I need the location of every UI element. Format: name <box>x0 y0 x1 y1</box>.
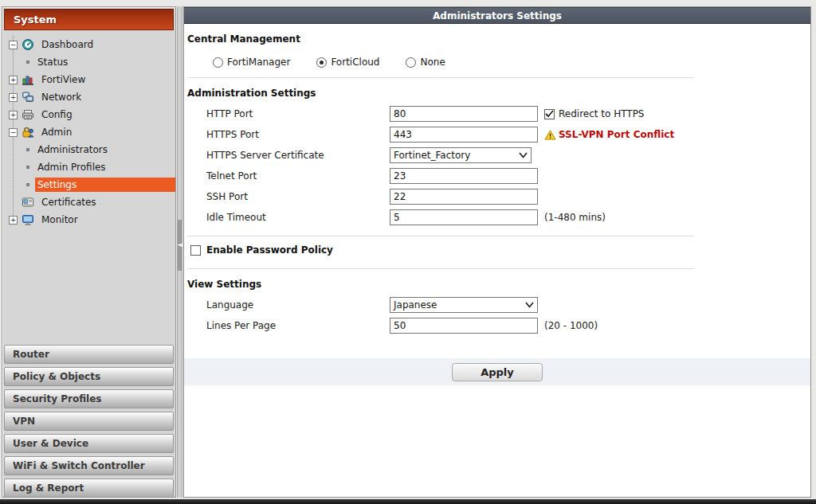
sidebar-item-label: Monitor <box>39 213 80 227</box>
telnet-port-label: Telnet Port <box>206 170 390 182</box>
sidebar-item-certificates[interactable]: Certificates <box>2 193 175 211</box>
sidebar-section-policy-objects[interactable]: Policy & Objects <box>4 367 174 386</box>
sidebar-item-label: Administrators <box>35 143 110 157</box>
language-select[interactable]: Japanese <box>390 297 538 313</box>
http-port-row: HTTP Port Redirect to HTTPS <box>206 104 810 124</box>
expand-icon[interactable] <box>9 76 18 84</box>
sidebar-item-label: Admin <box>39 125 74 139</box>
fortigate-admin-ui: System Dashboard Status FortiView <box>0 0 816 504</box>
sidebar-section-user-device[interactable]: User & Device <box>4 434 174 453</box>
sidebar-item-label: Config <box>39 107 75 122</box>
apply-toolbar: Apply <box>184 358 810 385</box>
lines-per-page-row: Lines Per Page (20 - 1000) <box>206 315 810 336</box>
password-policy-label: Enable Password Policy <box>206 244 333 256</box>
sidebar-splitter[interactable]: ◄ <box>177 6 182 498</box>
radio-none[interactable]: None <box>406 57 445 68</box>
warning-text: SSL-VPN Port Conflict <box>559 129 674 140</box>
lines-per-page-input[interactable] <box>390 318 538 334</box>
expand-icon[interactable] <box>9 216 18 225</box>
sidebar-item-label: Settings <box>35 178 175 192</box>
section-divider <box>187 236 694 236</box>
monitor-icon <box>22 213 35 226</box>
config-icon <box>22 108 35 121</box>
telnet-port-input[interactable] <box>390 168 538 184</box>
selected-option: Fortinet_Factory <box>394 150 470 161</box>
radio-label: FortiManager <box>227 57 290 68</box>
sidebar-item-label: Certificates <box>39 195 99 209</box>
password-policy-option[interactable]: Enable Password Policy <box>190 240 810 260</box>
expand-icon[interactable] <box>9 111 18 119</box>
sidebar-item-fortiview[interactable]: FortiView <box>2 71 175 88</box>
sidebar-section-security-profiles[interactable]: Security Profiles <box>4 389 174 408</box>
page-title: Administrators Settings <box>184 7 810 24</box>
system-menu-tree: Dashboard Status FortiView Network <box>2 36 175 229</box>
central-management-heading: Central Management <box>187 33 810 45</box>
section-divider <box>187 268 694 269</box>
sidebar-item-label: Dashboard <box>39 37 96 52</box>
administration-settings-heading: Administration Settings <box>187 88 810 99</box>
radio-label: FortiCloud <box>331 57 379 68</box>
fortiview-icon <box>22 73 35 86</box>
expand-icon[interactable] <box>9 93 18 102</box>
ssh-port-label: SSH Port <box>206 191 390 202</box>
network-icon <box>22 91 35 104</box>
bullet-icon <box>26 183 29 186</box>
checkbox-unchecked-icon[interactable] <box>190 245 201 256</box>
sidebar-section-system[interactable]: System <box>4 9 174 30</box>
https-port-label: HTTPS Port <box>206 129 390 140</box>
certificates-icon <box>22 196 35 209</box>
lines-per-page-range-note: (20 - 1000) <box>544 320 598 331</box>
https-port-input[interactable] <box>390 127 538 143</box>
sidebar-item-monitor[interactable]: Monitor <box>2 211 175 229</box>
ssl-vpn-conflict-warning: SSL-VPN Port Conflict <box>544 129 674 140</box>
sidebar-section-router[interactable]: Router <box>4 345 174 364</box>
sidebar-item-label: Admin Profiles <box>35 160 108 174</box>
sidebar-item-status[interactable]: Status <box>2 53 175 71</box>
redirect-https-label: Redirect to HTTPS <box>559 108 645 119</box>
redirect-https-option[interactable]: Redirect to HTTPS <box>544 108 645 119</box>
apply-button[interactable]: Apply <box>452 363 543 381</box>
idle-timeout-row: Idle Timeout (1-480 mins) <box>206 207 810 228</box>
telnet-port-row: Telnet Port <box>206 166 810 186</box>
window-bottom-edge <box>0 499 816 504</box>
https-port-row: HTTPS Port SSL-VPN Port Conflict <box>206 124 810 145</box>
http-port-input[interactable] <box>390 106 538 122</box>
sidebar-item-admin-profiles[interactable]: Admin Profiles <box>2 158 175 176</box>
idle-timeout-range-note: (1-480 mins) <box>544 212 606 223</box>
sidebar-item-settings[interactable]: Settings <box>2 176 175 193</box>
view-settings-form: Language Japanese Lines Per Page (20 - 1… <box>184 295 810 336</box>
bullet-icon <box>26 61 29 64</box>
sidebar-section-vpn[interactable]: VPN <box>4 412 174 431</box>
settings-panel: Administrators Settings Central Manageme… <box>183 6 811 498</box>
sidebar-section-wifi-switch[interactable]: WiFi & Switch Controller <box>4 456 174 475</box>
sidebar-item-administrators[interactable]: Administrators <box>2 141 175 158</box>
idle-timeout-input[interactable] <box>390 209 538 225</box>
collapse-arrow-icon: ◄ <box>177 239 182 250</box>
https-certificate-row: HTTPS Server Certificate Fortinet_Factor… <box>206 145 810 166</box>
http-port-label: HTTP Port <box>206 108 390 119</box>
sidebar-item-label: Network <box>39 90 84 104</box>
language-row: Language Japanese <box>206 295 810 315</box>
sidebar-item-config[interactable]: Config <box>2 106 175 123</box>
radio-selected-icon[interactable] <box>316 57 327 68</box>
sidebar-item-label: Status <box>35 55 70 69</box>
chevron-down-icon <box>519 152 528 158</box>
lines-per-page-label: Lines Per Page <box>206 320 390 331</box>
sidebar-item-dashboard[interactable]: Dashboard <box>2 36 175 53</box>
collapse-icon[interactable] <box>9 128 18 137</box>
bullet-icon <box>26 166 29 169</box>
sidebar-item-admin[interactable]: Admin <box>2 123 175 141</box>
section-divider <box>187 77 694 78</box>
https-certificate-select[interactable]: Fortinet_Factory <box>390 147 532 163</box>
radio-icon[interactable] <box>213 57 223 68</box>
radio-fortimanager[interactable]: FortiManager <box>213 57 290 68</box>
sidebar-item-network[interactable]: Network <box>2 88 175 106</box>
sidebar-section-log-report[interactable]: Log & Report <box>4 479 174 498</box>
ssh-port-input[interactable] <box>390 189 538 205</box>
admin-icon <box>22 126 35 139</box>
radio-icon[interactable] <box>406 57 416 68</box>
radio-forticloud[interactable]: FortiCloud <box>316 57 379 68</box>
sidebar-item-label: FortiView <box>39 72 88 87</box>
checkbox-checked-icon[interactable] <box>544 109 555 119</box>
collapse-icon[interactable] <box>9 41 18 49</box>
